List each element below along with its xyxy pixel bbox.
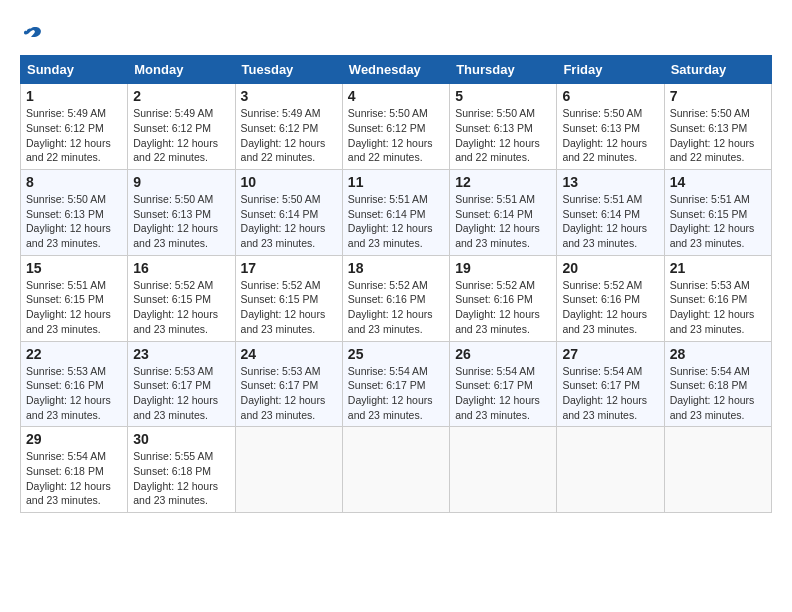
day-number: 2: [133, 88, 229, 104]
logo: [20, 20, 42, 45]
calendar-cell: 21 Sunrise: 5:53 AM Sunset: 6:16 PM Dayl…: [664, 255, 771, 341]
sunset-label: Sunset: 6:16 PM: [26, 379, 104, 391]
calendar-cell: [235, 427, 342, 513]
calendar-cell: 16 Sunrise: 5:52 AM Sunset: 6:15 PM Dayl…: [128, 255, 235, 341]
day-info: Sunrise: 5:51 AM Sunset: 6:15 PM Dayligh…: [670, 192, 766, 251]
sunrise-label: Sunrise: 5:49 AM: [133, 107, 213, 119]
day-info: Sunrise: 5:51 AM Sunset: 6:14 PM Dayligh…: [348, 192, 444, 251]
calendar-cell: 11 Sunrise: 5:51 AM Sunset: 6:14 PM Dayl…: [342, 170, 449, 256]
sunset-label: Sunset: 6:18 PM: [670, 379, 748, 391]
daylight-label: Daylight: 12 hours and 22 minutes.: [133, 137, 218, 164]
day-number: 21: [670, 260, 766, 276]
daylight-label: Daylight: 12 hours and 23 minutes.: [670, 394, 755, 421]
calendar-cell: 25 Sunrise: 5:54 AM Sunset: 6:17 PM Dayl…: [342, 341, 449, 427]
daylight-label: Daylight: 12 hours and 23 minutes.: [562, 394, 647, 421]
calendar-cell: [342, 427, 449, 513]
page-header: [20, 20, 772, 45]
day-number: 25: [348, 346, 444, 362]
sunrise-label: Sunrise: 5:50 AM: [26, 193, 106, 205]
daylight-label: Daylight: 12 hours and 23 minutes.: [348, 308, 433, 335]
sunset-label: Sunset: 6:16 PM: [348, 293, 426, 305]
calendar-cell: 26 Sunrise: 5:54 AM Sunset: 6:17 PM Dayl…: [450, 341, 557, 427]
calendar-cell: 18 Sunrise: 5:52 AM Sunset: 6:16 PM Dayl…: [342, 255, 449, 341]
day-number: 10: [241, 174, 337, 190]
day-number: 26: [455, 346, 551, 362]
sunset-label: Sunset: 6:13 PM: [133, 208, 211, 220]
calendar-cell: 1 Sunrise: 5:49 AM Sunset: 6:12 PM Dayli…: [21, 84, 128, 170]
sunrise-label: Sunrise: 5:55 AM: [133, 450, 213, 462]
sunset-label: Sunset: 6:15 PM: [133, 293, 211, 305]
sunrise-label: Sunrise: 5:54 AM: [348, 365, 428, 377]
daylight-label: Daylight: 12 hours and 22 minutes.: [26, 137, 111, 164]
weekday-header-friday: Friday: [557, 56, 664, 84]
day-number: 1: [26, 88, 122, 104]
day-info: Sunrise: 5:51 AM Sunset: 6:14 PM Dayligh…: [562, 192, 658, 251]
sunrise-label: Sunrise: 5:53 AM: [670, 279, 750, 291]
sunset-label: Sunset: 6:17 PM: [562, 379, 640, 391]
sunrise-label: Sunrise: 5:52 AM: [562, 279, 642, 291]
day-number: 23: [133, 346, 229, 362]
calendar-cell: 10 Sunrise: 5:50 AM Sunset: 6:14 PM Dayl…: [235, 170, 342, 256]
sunset-label: Sunset: 6:17 PM: [348, 379, 426, 391]
daylight-label: Daylight: 12 hours and 23 minutes.: [241, 222, 326, 249]
daylight-label: Daylight: 12 hours and 23 minutes.: [562, 222, 647, 249]
calendar-cell: 3 Sunrise: 5:49 AM Sunset: 6:12 PM Dayli…: [235, 84, 342, 170]
logo-text: [20, 20, 42, 45]
daylight-label: Daylight: 12 hours and 23 minutes.: [26, 480, 111, 507]
sunrise-label: Sunrise: 5:54 AM: [670, 365, 750, 377]
sunrise-label: Sunrise: 5:50 AM: [133, 193, 213, 205]
daylight-label: Daylight: 12 hours and 23 minutes.: [133, 394, 218, 421]
calendar-cell: [664, 427, 771, 513]
sunrise-label: Sunrise: 5:51 AM: [670, 193, 750, 205]
daylight-label: Daylight: 12 hours and 23 minutes.: [26, 394, 111, 421]
sunset-label: Sunset: 6:17 PM: [133, 379, 211, 391]
calendar-cell: 17 Sunrise: 5:52 AM Sunset: 6:15 PM Dayl…: [235, 255, 342, 341]
day-number: 15: [26, 260, 122, 276]
sunset-label: Sunset: 6:13 PM: [26, 208, 104, 220]
sunset-label: Sunset: 6:14 PM: [562, 208, 640, 220]
daylight-label: Daylight: 12 hours and 22 minutes.: [241, 137, 326, 164]
day-info: Sunrise: 5:54 AM Sunset: 6:17 PM Dayligh…: [562, 364, 658, 423]
day-info: Sunrise: 5:50 AM Sunset: 6:13 PM Dayligh…: [455, 106, 551, 165]
sunset-label: Sunset: 6:15 PM: [26, 293, 104, 305]
calendar-cell: 13 Sunrise: 5:51 AM Sunset: 6:14 PM Dayl…: [557, 170, 664, 256]
calendar-week-row: 1 Sunrise: 5:49 AM Sunset: 6:12 PM Dayli…: [21, 84, 772, 170]
day-number: 30: [133, 431, 229, 447]
day-info: Sunrise: 5:50 AM Sunset: 6:14 PM Dayligh…: [241, 192, 337, 251]
day-number: 11: [348, 174, 444, 190]
day-number: 12: [455, 174, 551, 190]
day-info: Sunrise: 5:54 AM Sunset: 6:18 PM Dayligh…: [670, 364, 766, 423]
daylight-label: Daylight: 12 hours and 22 minutes.: [455, 137, 540, 164]
daylight-label: Daylight: 12 hours and 22 minutes.: [670, 137, 755, 164]
day-number: 7: [670, 88, 766, 104]
day-info: Sunrise: 5:50 AM Sunset: 6:13 PM Dayligh…: [670, 106, 766, 165]
calendar-cell: 9 Sunrise: 5:50 AM Sunset: 6:13 PM Dayli…: [128, 170, 235, 256]
sunset-label: Sunset: 6:12 PM: [348, 122, 426, 134]
sunrise-label: Sunrise: 5:52 AM: [241, 279, 321, 291]
calendar-week-row: 22 Sunrise: 5:53 AM Sunset: 6:16 PM Dayl…: [21, 341, 772, 427]
day-info: Sunrise: 5:53 AM Sunset: 6:16 PM Dayligh…: [670, 278, 766, 337]
daylight-label: Daylight: 12 hours and 23 minutes.: [241, 308, 326, 335]
calendar-week-row: 8 Sunrise: 5:50 AM Sunset: 6:13 PM Dayli…: [21, 170, 772, 256]
day-info: Sunrise: 5:50 AM Sunset: 6:12 PM Dayligh…: [348, 106, 444, 165]
day-number: 14: [670, 174, 766, 190]
sunrise-label: Sunrise: 5:50 AM: [455, 107, 535, 119]
day-info: Sunrise: 5:51 AM Sunset: 6:14 PM Dayligh…: [455, 192, 551, 251]
day-info: Sunrise: 5:51 AM Sunset: 6:15 PM Dayligh…: [26, 278, 122, 337]
day-info: Sunrise: 5:54 AM Sunset: 6:17 PM Dayligh…: [348, 364, 444, 423]
sunrise-label: Sunrise: 5:51 AM: [455, 193, 535, 205]
daylight-label: Daylight: 12 hours and 23 minutes.: [133, 308, 218, 335]
day-number: 13: [562, 174, 658, 190]
calendar-cell: 5 Sunrise: 5:50 AM Sunset: 6:13 PM Dayli…: [450, 84, 557, 170]
day-info: Sunrise: 5:52 AM Sunset: 6:16 PM Dayligh…: [562, 278, 658, 337]
calendar-cell: 15 Sunrise: 5:51 AM Sunset: 6:15 PM Dayl…: [21, 255, 128, 341]
calendar-cell: 28 Sunrise: 5:54 AM Sunset: 6:18 PM Dayl…: [664, 341, 771, 427]
day-info: Sunrise: 5:52 AM Sunset: 6:16 PM Dayligh…: [348, 278, 444, 337]
daylight-label: Daylight: 12 hours and 23 minutes.: [455, 308, 540, 335]
daylight-label: Daylight: 12 hours and 23 minutes.: [133, 480, 218, 507]
sunrise-label: Sunrise: 5:51 AM: [562, 193, 642, 205]
sunset-label: Sunset: 6:14 PM: [455, 208, 533, 220]
day-info: Sunrise: 5:52 AM Sunset: 6:16 PM Dayligh…: [455, 278, 551, 337]
sunrise-label: Sunrise: 5:51 AM: [26, 279, 106, 291]
daylight-label: Daylight: 12 hours and 23 minutes.: [348, 394, 433, 421]
